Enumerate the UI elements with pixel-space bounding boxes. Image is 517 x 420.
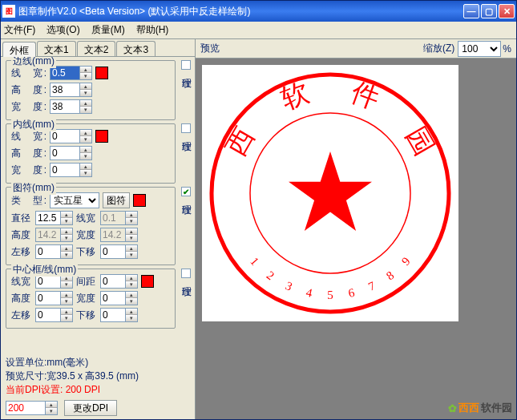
svg-text:5: 5 [327,289,333,301]
center-down-stepper[interactable]: ▴▾ [126,308,138,322]
center-gap-input[interactable] [100,274,126,289]
center-left-label: 左移 [11,309,32,322]
inner-h-stepper[interactable]: ▴▾ [80,146,92,160]
watermark-brand-2: 软件园 [481,401,512,415]
symbol-down-input[interactable] [100,244,126,259]
center-w-input[interactable] [100,291,126,305]
zoom-select[interactable]: 100 [458,41,501,57]
group-inner-title: 内线(mm) [11,118,56,131]
zoom-pct: % [503,43,511,55]
preview-viewport[interactable]: 西 软 件 园 1 2 3 4 5 6 7 [196,59,516,419]
stamp-star [289,151,372,231]
tab-frame[interactable]: 外框 [2,42,36,57]
left-panel: 外框 文本1 文本2 文本3 边线(mm) 线 宽: ▴▾ [1,39,196,419]
svg-text:园: 园 [401,122,440,160]
outer-h-stepper[interactable]: ▴▾ [80,83,92,97]
group-symbol: 图符(mm) 类 型: 实五星 图符 直径 ▴▾ 线宽 ▴▾ [6,187,176,265]
change-dpi-button[interactable]: 更改DPI [64,400,117,416]
inner-h-input[interactable] [50,146,80,160]
symbol-left-stepper[interactable]: ▴▾ [61,244,73,259]
stamp-bottom-text: 1 2 3 4 5 6 7 8 9 [248,255,413,301]
bottom-info: 设置单位:mm(毫米) 预览尺寸:宽39.5 x 高39.5 (mm) 当前DP… [1,354,195,398]
symbol-lw-label: 线宽 [76,212,97,225]
outer-lw-stepper[interactable]: ▴▾ [80,66,92,80]
menu-help[interactable]: 帮助(H) [136,23,169,37]
symbol-w-stepper[interactable]: ▴▾ [126,228,138,242]
center-h-stepper[interactable]: ▴▾ [61,291,73,305]
outer-h-input[interactable] [50,83,80,97]
symbol-down-stepper[interactable]: ▴▾ [126,244,138,259]
right-panel: 预览 缩放(Z) 100 % 西 软 件 园 [196,39,516,419]
inner-h-label: 高 度: [11,147,46,160]
svg-text:6: 6 [347,286,356,300]
minimize-button[interactable]: — [463,4,479,18]
app-icon: 图 [2,5,15,18]
outer-lw-label: 线 宽: [11,67,46,80]
symbol-h-stepper[interactable]: ▴▾ [61,228,73,242]
property-panel: 边线(mm) 线 宽: ▴▾ 高 度: ▴▾ 宽 度: ▴▾ [1,57,195,354]
center-texture-checkbox[interactable] [181,269,191,278]
svg-text:1: 1 [248,255,261,268]
dpi-input[interactable] [6,401,46,415]
symbol-texture-checkbox[interactable]: ✔ [181,187,191,196]
menu-options[interactable]: 选项(O) [46,23,79,37]
title-bar[interactable]: 图 图章制作V2.0 <Beta Version> (默认采用中反走样绘制) —… [1,1,516,22]
tab-text1[interactable]: 文本1 [37,41,76,56]
symbol-dia-stepper[interactable]: ▴▾ [61,211,73,225]
center-w-label: 宽度 [76,292,97,305]
symbol-h-input[interactable] [35,228,61,242]
symbol-type-select[interactable]: 实五星 [50,192,99,208]
symbol-dia-input[interactable] [35,211,61,225]
inner-texture-checkbox[interactable] [181,123,191,133]
symbol-down-label: 下移 [76,245,97,259]
inner-lw-label: 线 宽: [11,130,46,143]
outer-h-label: 高 度: [11,83,46,97]
inner-lw-stepper[interactable]: ▴▾ [80,129,92,143]
svg-text:3: 3 [284,279,294,293]
stamp-preview: 西 软 件 园 1 2 3 4 5 6 7 [202,65,458,321]
dpi-stepper[interactable]: ▴▾ [46,401,58,415]
watermark: ✿ 西西 软件园 [448,401,512,415]
center-left-stepper[interactable]: ▴▾ [61,308,73,322]
center-down-input[interactable] [100,308,126,322]
outer-w-input[interactable] [50,99,80,114]
symbol-color-swatch[interactable] [133,194,146,207]
svg-text:7: 7 [366,279,378,293]
center-lw-label: 线宽 [11,275,32,289]
close-button[interactable]: ✕ [499,4,515,18]
center-left-input[interactable] [35,308,61,322]
inner-w-input[interactable] [50,163,80,177]
symbol-lw-stepper[interactable]: ▴▾ [126,211,138,225]
center-gap-stepper[interactable]: ▴▾ [126,274,138,289]
center-h-label: 高度 [11,292,32,305]
center-w-stepper[interactable]: ▴▾ [126,291,138,305]
symbol-left-input[interactable] [35,244,61,259]
outer-w-stepper[interactable]: ▴▾ [80,99,92,114]
center-gap-label: 间距 [76,275,97,289]
preview-title: 预览 [200,42,423,55]
symbol-lw-input[interactable] [100,211,126,225]
center-h-input[interactable] [35,291,61,305]
watermark-icon: ✿ [448,402,457,414]
outer-color-swatch[interactable] [95,67,108,79]
symbol-w-input[interactable] [100,228,126,242]
inner-color-swatch[interactable] [95,130,108,143]
symbol-w-label: 宽度 [76,228,97,242]
maximize-button[interactable]: ▢ [481,4,497,18]
dpi-label: 当前DPI设置: 200 DPI [6,383,190,397]
inner-w-stepper[interactable]: ▴▾ [80,163,92,177]
outer-texture-checkbox[interactable] [181,60,191,70]
svg-text:2: 2 [265,269,277,282]
menu-quality[interactable]: 质量(M) [91,23,125,37]
group-inner-line: 内线(mm) 线 宽: ▴▾ 高 度: ▴▾ 宽 度: ▴▾ [6,123,176,184]
symbol-button[interactable]: 图符 [103,192,130,208]
preview-canvas: 西 软 件 园 1 2 3 4 5 6 7 [202,65,458,321]
svg-text:9: 9 [399,255,413,268]
center-color-swatch[interactable] [141,275,154,288]
tab-text3[interactable]: 文本3 [116,41,156,56]
menu-file[interactable]: 文件(F) [4,23,35,37]
group-symbol-title: 图符(mm) [11,181,56,195]
tab-text2[interactable]: 文本2 [77,41,116,56]
menu-bar: 文件(F) 选项(O) 质量(M) 帮助(H) [1,22,516,39]
outer-w-label: 宽 度: [11,100,46,114]
